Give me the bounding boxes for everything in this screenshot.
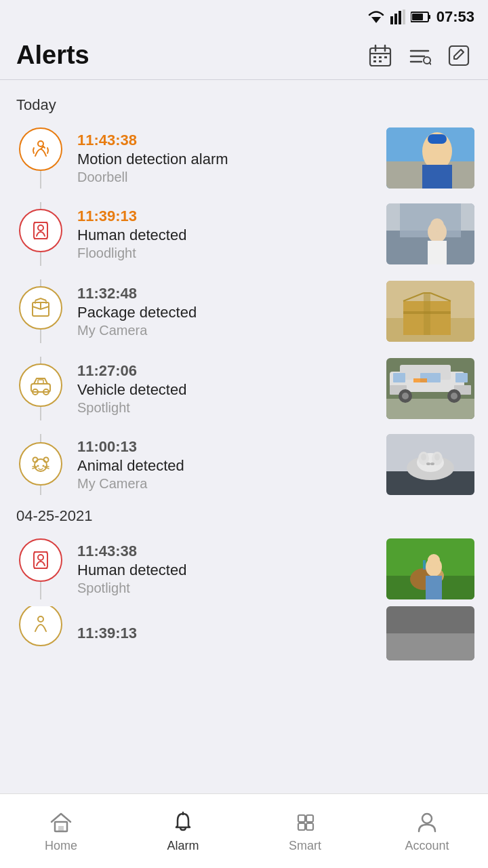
alert-type: Motion detection alarm: [77, 151, 377, 168]
nav-item-account[interactable]: Account: [380, 809, 474, 853]
svg-point-91: [430, 462, 434, 465]
alert-location: Floodlight: [77, 245, 377, 261]
alert-location: My Camera: [77, 323, 377, 338]
alert-time: 11:43:38: [77, 542, 377, 560]
alert-time: 11:43:38: [77, 132, 377, 149]
svg-rect-103: [423, 560, 426, 570]
svg-point-88: [421, 454, 426, 460]
alert-location: Doorbell: [77, 170, 377, 185]
human-icon-circle-2: [19, 538, 62, 582]
motion-icon-circle: [19, 127, 62, 171]
nav-item-alarm[interactable]: Alarm: [136, 809, 230, 853]
svg-line-23: [461, 50, 464, 52]
timeline-line-top: [40, 434, 41, 442]
alert-type: Animal detected: [77, 457, 377, 475]
section-header-today: Today: [0, 91, 488, 121]
svg-point-34: [38, 225, 43, 231]
alert-info: 11:39:13: [68, 625, 386, 642]
alert-item[interactable]: 11:43:38 Human detected Spotlight: [0, 532, 488, 606]
alert-info: 11:00:13 Animal detected My Camera: [68, 438, 386, 492]
section-past: 04-25-2021 11:43:38 Human detected: [0, 502, 488, 660]
alert-type: Human detected: [77, 561, 377, 579]
calendar-icon[interactable]: [367, 43, 393, 68]
thumbnail-inner: [386, 203, 474, 264]
svg-rect-6: [428, 15, 430, 19]
status-bar: 07:53: [0, 0, 488, 34]
nav-item-smart[interactable]: Smart: [258, 809, 352, 853]
svg-point-77: [43, 465, 45, 467]
svg-rect-3: [399, 11, 401, 24]
status-icons: 07:53: [367, 8, 474, 26]
thumbnail-inner: [386, 281, 474, 342]
alert-info: 11:32:48 Package detected My Camera: [68, 285, 386, 338]
alert-item[interactable]: 11:32:48 Package detected My Camera: [0, 273, 488, 350]
alert-item[interactable]: 11:00:13 Animal detected My Camera: [0, 427, 488, 502]
svg-point-66: [402, 393, 409, 399]
timeline-line: [40, 582, 41, 599]
timeline-line: [40, 407, 41, 420]
svg-rect-13: [379, 56, 382, 58]
svg-point-90: [426, 462, 430, 465]
timeline-container: [14, 279, 68, 343]
svg-rect-22: [449, 46, 468, 65]
alert-info: 11:43:38 Human detected Spotlight: [68, 542, 386, 596]
svg-rect-110: [298, 815, 305, 822]
svg-rect-54: [403, 311, 451, 314]
vehicle-icon-circle: [19, 363, 62, 407]
svg-rect-70: [393, 373, 405, 382]
timeline-line-top: [40, 357, 41, 363]
svg-rect-32: [428, 134, 447, 144]
smart-icon: [292, 809, 318, 835]
svg-rect-1: [390, 16, 393, 24]
alert-thumbnail: [386, 358, 474, 419]
edit-icon[interactable]: [446, 43, 472, 68]
alert-time: 11:00:13: [77, 438, 377, 456]
svg-point-104: [38, 616, 43, 622]
timeline-container: [14, 606, 68, 660]
svg-rect-30: [422, 165, 452, 189]
svg-rect-41: [428, 241, 447, 264]
svg-point-89: [434, 454, 440, 460]
nav-label-alarm: Alarm: [167, 839, 199, 853]
filter-search-icon[interactable]: [407, 43, 432, 68]
alert-time: 11:32:48: [77, 285, 377, 302]
header-actions: [367, 43, 472, 68]
bottom-nav: Home Alarm Smart: [0, 793, 488, 868]
svg-point-114: [422, 814, 432, 823]
alert-thumbnail: [386, 127, 474, 189]
timeline-container: [14, 357, 68, 420]
alert-thumbnail: [386, 281, 474, 342]
alert-item[interactable]: 11:27:06 Vehicle detected Spotlight: [0, 350, 488, 427]
animal-icon-circle: [19, 442, 62, 486]
svg-rect-55: [31, 384, 50, 392]
home-icon: [48, 809, 74, 835]
alert-type: Human detected: [77, 226, 377, 244]
svg-rect-106: [386, 633, 474, 660]
alert-thumbnail: [386, 434, 474, 495]
svg-rect-16: [379, 60, 382, 62]
app-header: Alerts: [0, 34, 488, 80]
human-icon-circle: [19, 209, 62, 252]
timeline-line-top: [40, 279, 41, 286]
svg-point-76: [37, 465, 39, 467]
timeline-container: [14, 202, 68, 266]
svg-rect-102: [426, 576, 442, 599]
nav-label-smart: Smart: [289, 839, 321, 853]
timeline-line: [40, 171, 41, 189]
svg-rect-7: [412, 14, 423, 20]
alert-item[interactable]: 11:39:13: [0, 606, 488, 660]
svg-point-42: [430, 218, 444, 232]
alert-info: 11:27:06 Vehicle detected Spotlight: [68, 362, 386, 416]
timeline-container: [14, 538, 68, 599]
signal-icon: [390, 9, 405, 24]
nav-item-home[interactable]: Home: [14, 809, 108, 853]
alert-info: 11:43:38 Motion detection alarm Doorbell: [68, 132, 386, 185]
svg-rect-14: [384, 56, 387, 58]
alerts-content: Today 11:43:38 Motion det: [0, 80, 488, 728]
svg-point-93: [38, 555, 43, 560]
svg-rect-111: [306, 815, 313, 822]
svg-rect-2: [394, 14, 397, 24]
alert-item[interactable]: 11:39:13 Human detected Floodlight: [0, 195, 488, 273]
alert-item[interactable]: 11:43:38 Motion detection alarm Doorbell: [0, 121, 488, 195]
svg-rect-12: [373, 56, 376, 58]
